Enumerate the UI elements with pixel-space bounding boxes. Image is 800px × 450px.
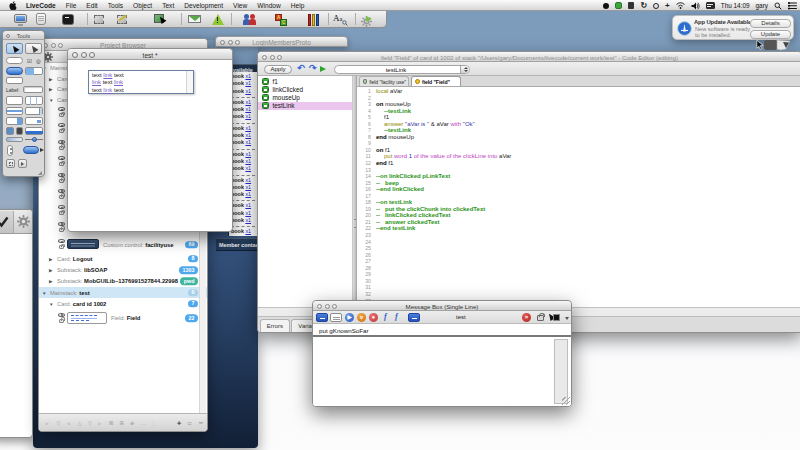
script-icon[interactable] — [35, 13, 48, 26]
recording-dot-icon[interactable] — [603, 3, 609, 9]
volume-icon[interactable] — [691, 2, 700, 10]
bottom-toolbar-icon[interactable]: ⊠ — [109, 420, 113, 426]
book-link[interactable]: x1 — [245, 191, 251, 197]
gradient-bar-tool[interactable] — [6, 137, 23, 142]
scrolling-field-tool[interactable] — [25, 107, 43, 115]
menu-help[interactable]: Help — [286, 2, 310, 9]
text-link[interactable]: link — [103, 72, 112, 78]
message-scrollbar[interactable] — [554, 339, 568, 404]
eye-icon[interactable] — [58, 205, 65, 209]
time-machine-icon[interactable] — [653, 3, 659, 9]
bottom-toolbar-icon[interactable]: ▹ — [46, 420, 49, 426]
bottom-toolbar-icon[interactable]: ▽ — [88, 420, 92, 426]
table-field-tool[interactable] — [25, 96, 43, 105]
disclosure-open-icon[interactable]: ▼ — [49, 301, 54, 306]
handler-stepper[interactable] — [460, 66, 469, 74]
label-field-tool[interactable] — [23, 86, 43, 93]
redo-icon[interactable]: ↷ — [309, 63, 317, 73]
text-link[interactable]: link — [114, 79, 123, 85]
book-link[interactable]: x1 — [245, 80, 251, 86]
disclosure-closed-icon[interactable]: ▶ — [49, 268, 53, 273]
book-list-item[interactable]: book x1 — [231, 88, 257, 95]
pointer-tool-icon[interactable] — [153, 13, 166, 26]
pending-messages-icon[interactable]: ▶ — [345, 313, 354, 322]
eye-icon[interactable] — [58, 173, 65, 177]
apply-button[interactable]: Apply — [264, 65, 292, 75]
book-list-item[interactable]: book x1 — [231, 113, 257, 120]
book-list-item[interactable]: book x1 — [231, 139, 257, 146]
lock-icon[interactable] — [59, 319, 64, 323]
tree-row[interactable]: ▶Substack: MobGUILib~1376991527844.22998… — [39, 276, 207, 287]
lock-icon[interactable] — [537, 315, 544, 321]
options-chevron-icon[interactable] — [565, 317, 569, 320]
tab-panel-tool[interactable] — [25, 67, 43, 75]
lock-icon[interactable] — [59, 113, 64, 117]
default-button-tool[interactable] — [6, 67, 23, 75]
email-icon[interactable] — [188, 13, 201, 26]
multi-line-icon[interactable] — [330, 313, 342, 322]
sync-icon[interactable]: ↻ — [640, 1, 647, 10]
menu-object[interactable]: Object — [128, 2, 157, 9]
book-link[interactable]: x1 — [245, 125, 251, 131]
update-button[interactable]: Update — [750, 30, 791, 40]
slider-tool[interactable] — [25, 137, 43, 142]
eye-icon[interactable] — [58, 156, 65, 160]
book-list-item[interactable]: book x1 — [231, 228, 257, 235]
test-stack-titlebar[interactable]: test * — [68, 49, 232, 60]
book-link[interactable]: x1 — [245, 106, 251, 112]
lock-icon[interactable] — [59, 146, 64, 150]
book-link[interactable]: x1 — [245, 99, 251, 105]
lock-icon[interactable] — [59, 211, 64, 215]
book-list-item[interactable]: book x1 — [231, 73, 257, 80]
lock-icon[interactable] — [59, 129, 64, 133]
bluetooth-icon[interactable]: + — [665, 1, 670, 10]
menu-window[interactable]: Window — [252, 2, 285, 9]
script-tab[interactable]: field "facility use" — [359, 76, 409, 86]
bottom-tab-errors[interactable]: Errors — [260, 319, 290, 332]
dropbox-icon[interactable] — [615, 2, 622, 9]
disclosure-closed-icon[interactable]: ▶ — [49, 256, 53, 261]
menu-file[interactable]: File — [61, 2, 82, 9]
lock-icon[interactable] — [59, 162, 64, 166]
login-members-proto-titlebar[interactable]: LoginMembersProto — [215, 36, 348, 47]
book-list-item[interactable]: book x1 — [231, 99, 257, 106]
bottom-toolbar-icon[interactable]: ✄ — [199, 420, 203, 426]
resize-grip[interactable] — [562, 397, 570, 405]
back-scripts-icon[interactable]: f — [395, 312, 398, 321]
notification-center-icon[interactable] — [788, 2, 797, 10]
bottom-toolbar-icon[interactable]: ⊞ — [120, 420, 124, 426]
book-link[interactable]: x1 — [245, 177, 251, 183]
bottom-toolbar-icon[interactable]: ⊕ — [130, 420, 134, 426]
book-link[interactable]: x1 — [245, 184, 251, 190]
bottom-toolbar-icon[interactable]: ⋮ — [151, 420, 156, 426]
message-input-row[interactable]: put gKnownSoFar — [313, 324, 571, 337]
apple-menu[interactable] — [0, 1, 21, 10]
disclosure-closed-icon[interactable]: ▶ — [49, 87, 53, 92]
bottom-toolbar-icon[interactable]: ▽ — [57, 420, 61, 426]
input-source-icon[interactable] — [706, 2, 715, 9]
global-variables-icon[interactable]: v — [357, 313, 366, 322]
menu-text[interactable]: Text — [157, 2, 179, 9]
dictionary-icon[interactable] — [307, 13, 320, 26]
bottom-toolbar-icon[interactable]: … — [141, 420, 146, 426]
book-list-item[interactable]: book x1 — [231, 151, 257, 158]
handler-item-mouseUp[interactable]: mouseUp — [258, 94, 352, 102]
handler-dropdown[interactable]: testLink — [334, 65, 470, 75]
book-list-item[interactable]: book x1 — [231, 210, 257, 217]
book-list-item[interactable]: book x1 — [231, 184, 257, 191]
menu-user[interactable]: gary — [756, 2, 768, 9]
button-tool[interactable] — [6, 57, 23, 64]
text-link[interactable]: link — [92, 79, 101, 85]
book-link[interactable]: x1 — [245, 113, 251, 119]
list-field-tool[interactable] — [6, 107, 23, 115]
clear-icon[interactable]: × — [522, 313, 531, 322]
book-link[interactable]: x1 — [245, 151, 251, 157]
menu-edit[interactable]: Edit — [81, 2, 102, 9]
disclosure-open-icon[interactable]: ▼ — [42, 290, 47, 295]
handler-list[interactable]: f1linkClickedmouseUptestLink — [258, 76, 353, 307]
eye-icon[interactable] — [58, 140, 65, 144]
trace-icon[interactable]: ● — [369, 313, 378, 322]
book-list-item[interactable]: book x1 — [231, 217, 257, 224]
message-box-titlebar[interactable]: Message Box (Single Line) — [313, 301, 571, 311]
book-link[interactable]: x1 — [245, 202, 251, 208]
